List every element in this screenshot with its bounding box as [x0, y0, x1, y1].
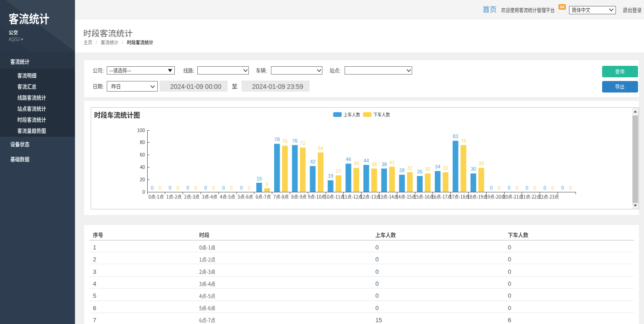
svg-text:32: 32 [443, 165, 448, 171]
svg-text:7: 7 [93, 317, 96, 324]
svg-text:0: 0 [569, 185, 572, 191]
svg-text:0: 0 [490, 185, 493, 191]
svg-text:80: 80 [140, 140, 145, 145]
svg-text:39: 39 [354, 161, 359, 166]
svg-text:0: 0 [508, 280, 511, 287]
svg-text:0: 0 [212, 185, 215, 191]
svg-text:34: 34 [560, 5, 564, 9]
svg-text:0: 0 [508, 244, 511, 251]
svg-text:0: 0 [375, 244, 379, 251]
svg-text:27: 27 [336, 168, 341, 174]
svg-text:0: 0 [508, 185, 511, 191]
svg-text:0: 0 [151, 185, 154, 191]
svg-text:30: 30 [471, 166, 476, 172]
svg-text:/: / [122, 40, 124, 45]
svg-text:26: 26 [417, 169, 423, 174]
svg-text:0: 0 [375, 292, 379, 299]
svg-text:0: 0 [561, 185, 564, 191]
svg-text:60: 60 [140, 152, 145, 157]
svg-text:AQGJ: AQGJ [9, 36, 20, 42]
svg-text:0: 0 [508, 305, 511, 312]
svg-text:0: 0 [375, 256, 379, 263]
svg-text:20: 20 [140, 177, 145, 182]
svg-text:0: 0 [508, 292, 511, 299]
svg-text:6: 6 [508, 317, 511, 324]
svg-text:2024-01-09 23:59: 2024-01-09 23:59 [252, 83, 303, 90]
svg-text:44: 44 [363, 158, 369, 163]
svg-text:32: 32 [407, 165, 413, 171]
svg-text:0: 0 [375, 280, 379, 287]
svg-text:75: 75 [282, 139, 288, 144]
svg-text:100: 100 [137, 128, 145, 133]
svg-text:4: 4 [93, 280, 96, 287]
svg-text:0: 0 [240, 185, 243, 191]
svg-text:0: 0 [551, 185, 554, 191]
svg-text:0: 0 [230, 185, 233, 191]
svg-text:1: 1 [93, 244, 96, 251]
svg-text:0: 0 [186, 185, 189, 191]
svg-text:0: 0 [516, 185, 518, 191]
svg-text:76: 76 [292, 138, 298, 144]
svg-text:0: 0 [222, 185, 225, 191]
svg-text:0: 0 [375, 305, 379, 312]
svg-text:6: 6 [266, 181, 269, 187]
svg-text:2: 2 [93, 256, 96, 263]
svg-text:0: 0 [142, 190, 145, 195]
svg-text:38: 38 [381, 162, 387, 167]
svg-text:40: 40 [140, 165, 145, 170]
svg-text:15: 15 [375, 317, 382, 324]
svg-text:0: 0 [177, 185, 179, 191]
svg-text:19: 19 [328, 173, 334, 179]
svg-text:28: 28 [399, 168, 405, 173]
svg-text:30: 30 [425, 166, 431, 172]
svg-text:0: 0 [375, 268, 379, 275]
svg-text:72: 72 [300, 140, 305, 146]
svg-text:64: 64 [318, 145, 323, 151]
svg-text:0: 0 [508, 268, 511, 275]
svg-text:34: 34 [435, 164, 441, 169]
svg-text:0: 0 [498, 185, 500, 191]
svg-text:15: 15 [257, 176, 262, 181]
svg-text:38: 38 [372, 162, 377, 167]
svg-text:0: 0 [204, 185, 207, 191]
svg-text:46: 46 [346, 156, 351, 162]
svg-text:39: 39 [478, 161, 484, 166]
svg-text:3: 3 [93, 268, 96, 275]
svg-text:78: 78 [274, 137, 280, 142]
svg-text:0: 0 [168, 185, 171, 191]
svg-text:76: 76 [461, 138, 466, 144]
svg-text:0: 0 [543, 185, 546, 191]
svg-text:41: 41 [389, 160, 395, 165]
svg-text:42: 42 [310, 159, 316, 164]
svg-text:5: 5 [93, 292, 96, 299]
svg-text:0: 0 [159, 185, 161, 191]
svg-text:0: 0 [534, 185, 536, 191]
svg-text:/: / [96, 40, 98, 45]
svg-text:0: 0 [194, 185, 197, 191]
svg-text:0: 0 [508, 256, 511, 263]
svg-text:6: 6 [93, 305, 96, 312]
svg-text:0: 0 [248, 185, 251, 191]
svg-text:2024-01-09 00:00: 2024-01-09 00:00 [170, 83, 221, 90]
svg-text:83: 83 [453, 133, 458, 139]
svg-text:0: 0 [525, 185, 528, 191]
